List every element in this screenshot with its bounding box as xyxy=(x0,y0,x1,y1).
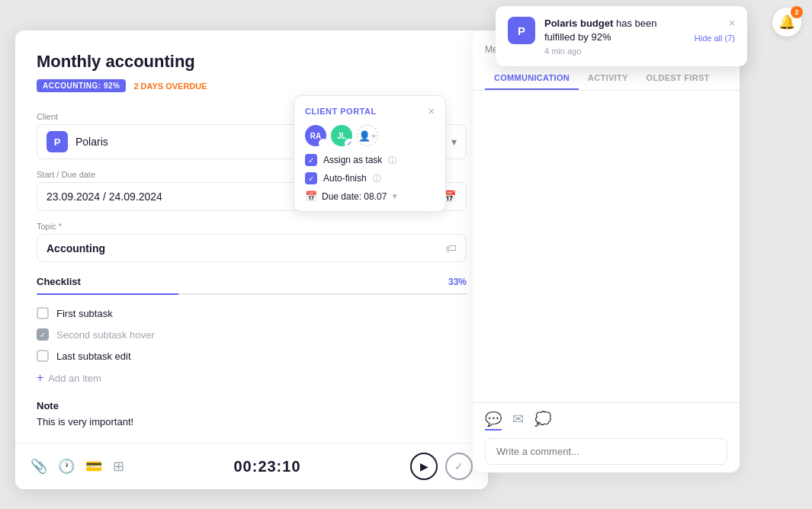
notification-close-button[interactable]: × xyxy=(729,17,735,29)
notification-hide-button[interactable]: Hide all (7) xyxy=(695,34,735,43)
note-text: This is very important! xyxy=(37,416,467,427)
add-icon: + xyxy=(37,371,43,385)
card-icon[interactable]: 💳 xyxy=(85,458,102,475)
tab-oldest-first[interactable]: OLDEST FIRST xyxy=(637,66,719,90)
card-header: Monthly accounting ACCOUNTING: 92% 2 DAY… xyxy=(15,30,488,101)
note-section: Note This is very important! xyxy=(15,400,488,443)
client-select-left: P Polaris xyxy=(47,131,108,152)
checkbox-2[interactable] xyxy=(37,328,49,341)
chat-icon[interactable]: 💬 xyxy=(485,411,502,431)
badges: ACCOUNTING: 92% 2 DAYS OVERDUE xyxy=(37,79,467,92)
portal-avatar-ra: RA 👁 xyxy=(305,125,326,146)
portal-avatar-jl: JL ✓ xyxy=(331,125,352,146)
accounting-badge: ACCOUNTING: 92% xyxy=(37,79,126,92)
notification-percent: 92% xyxy=(591,31,611,43)
bell-badge: 2 xyxy=(791,6,803,18)
notification-content: Polaris budget has been fulfilled by 92%… xyxy=(544,17,685,56)
add-item-label: Add an item xyxy=(48,373,101,384)
tag-icon: 🏷 xyxy=(445,242,457,254)
checklist-item: First subtask xyxy=(37,303,467,324)
date-value: 23.09.2024 / 24.09.2024 xyxy=(47,190,162,203)
autofinish-label: Auto-finish xyxy=(323,173,367,184)
portal-avatars: RA 👁 JL ✓ 👤+ xyxy=(305,125,435,146)
attachment-icon[interactable]: 📎 xyxy=(30,458,47,475)
add-item-button[interactable]: + Add an item xyxy=(37,367,467,389)
bell-button[interactable]: 🔔 2 xyxy=(772,8,801,37)
comment-input[interactable] xyxy=(485,438,727,465)
checklist-item-2: Second subtask hover xyxy=(37,324,467,345)
checklist-item-3-label: Last subtask edit xyxy=(56,351,131,362)
add-person-icon: 👤+ xyxy=(358,130,377,142)
portal-header: CLIENT PORTAL × xyxy=(305,105,435,117)
message-type-icons: 💬 ✉ 💭 xyxy=(485,411,727,431)
notification-actions: × Hide all (7) xyxy=(695,17,735,43)
right-panel: Mem... 👤 Follow ⓘ COMMUNICATION ACTIVITY… xyxy=(473,30,740,472)
notification-time: 4 min ago xyxy=(544,46,685,56)
client-portal: CLIENT PORTAL × RA 👁 JL ✓ 👤+ ✓ Assign as… xyxy=(294,95,446,212)
right-panel-body xyxy=(473,91,740,402)
checklist-title: Checklist xyxy=(37,276,81,287)
clock-icon[interactable]: 🕐 xyxy=(58,458,75,475)
scan-icon[interactable]: ⊞ xyxy=(113,458,124,475)
notification-popup: P Polaris budget has been fulfilled by 9… xyxy=(496,6,747,66)
timer-display: 00:23:10 xyxy=(233,458,300,475)
checklist-progress: 33% xyxy=(448,277,467,287)
notification-title-bold: Polaris budget xyxy=(544,18,613,29)
portal-due-date: 📅 Due date: 08.07 ▾ xyxy=(305,190,435,202)
footer-icons: 📎 🕐 💳 ⊞ xyxy=(30,458,124,475)
checklist-item-2-label: Second subtask hover xyxy=(56,329,155,341)
notification-title: Polaris budget has been fulfilled by 92% xyxy=(544,17,685,44)
autofinish-info-icon[interactable]: ⓘ xyxy=(373,173,381,184)
notification-avatar: P xyxy=(508,17,535,44)
portal-option-assign: ✓ Assign as task ⓘ xyxy=(305,154,435,166)
footer-actions: ▶ ✓ xyxy=(410,453,473,480)
due-chevron-icon[interactable]: ▾ xyxy=(393,191,397,201)
portal-title: CLIENT PORTAL xyxy=(305,107,377,116)
topic-value: Accounting xyxy=(47,242,105,254)
checklist-header: Checklist 33% xyxy=(37,276,467,287)
right-panel-footer: 💬 ✉ 💭 xyxy=(473,402,740,472)
checklist-divider xyxy=(37,293,467,295)
comment-icon[interactable]: 💭 xyxy=(534,411,551,431)
tab-activity[interactable]: ACTIVITY xyxy=(579,66,637,90)
email-icon[interactable]: ✉ xyxy=(512,411,524,431)
checkbox-1[interactable] xyxy=(37,307,49,319)
portal-close-button[interactable]: × xyxy=(428,105,435,117)
checklist-item-3: Last subtask edit xyxy=(37,345,467,367)
due-calendar-icon: 📅 xyxy=(305,190,317,202)
check-badge: ✓ xyxy=(345,139,354,148)
checklist-item-1-label: First subtask xyxy=(56,308,113,319)
checkbox-3[interactable] xyxy=(37,350,49,362)
topic-field[interactable]: Accounting 🏷 xyxy=(37,234,467,262)
complete-button[interactable]: ✓ xyxy=(445,453,473,480)
tabs-row: COMMUNICATION ACTIVITY OLDEST FIRST xyxy=(473,66,740,91)
portal-add-member-button[interactable]: 👤+ xyxy=(357,125,378,146)
autofinish-checkbox[interactable]: ✓ xyxy=(305,172,317,184)
bell-area: 🔔 2 xyxy=(772,8,801,37)
eye-badge: 👁 xyxy=(319,139,328,148)
portal-option-autofinish: ✓ Auto-finish ⓘ xyxy=(305,172,435,184)
assign-label: Assign as task xyxy=(323,155,382,165)
play-button[interactable]: ▶ xyxy=(410,453,438,480)
due-date-text: Due date: 08.07 xyxy=(322,191,387,202)
topic-label: Topic * xyxy=(37,222,467,231)
card-title: Monthly accounting xyxy=(37,52,467,72)
tab-communication[interactable]: COMMUNICATION xyxy=(485,66,579,90)
client-name: Polaris xyxy=(75,136,108,148)
checklist-section: Checklist 33% First subtask Second subta… xyxy=(15,276,488,389)
assign-checkbox[interactable]: ✓ xyxy=(305,154,317,166)
overdue-badge: 2 DAYS OVERDUE xyxy=(133,82,207,91)
note-label: Note xyxy=(37,400,467,411)
chevron-down-icon: ▾ xyxy=(451,136,457,148)
client-avatar: P xyxy=(47,131,68,152)
card-footer: 📎 🕐 💳 ⊞ 00:23:10 ▶ ✓ xyxy=(15,443,488,489)
assign-info-icon[interactable]: ⓘ xyxy=(388,155,396,166)
